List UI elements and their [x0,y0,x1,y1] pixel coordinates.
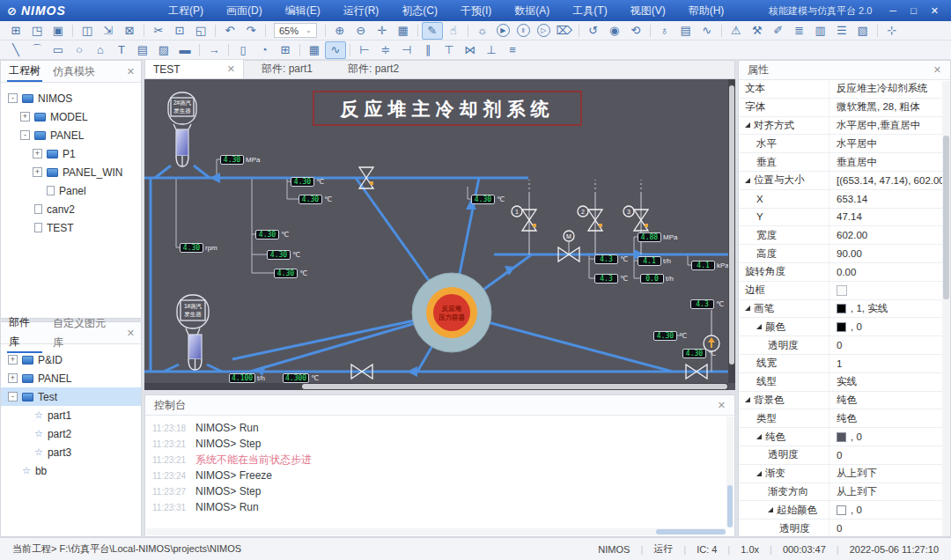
diagram-canvas[interactable]: 反应堆主冷却剂系统 2#蒸汽 发生器 [144,79,735,390]
tools-icon[interactable]: ⚒ [747,22,768,40]
digital-display[interactable]: 4.100t/h [229,373,265,383]
collapse-icon[interactable]: - [8,392,18,402]
property-value[interactable]: 垂直居中 [829,153,942,171]
tree-item-part2[interactable]: ☆part2 [1,424,141,443]
property-value[interactable]: 纯色 [829,409,942,427]
save-all-icon[interactable]: ⊠ [119,22,140,40]
tree-item-test[interactable]: TEST [1,218,141,237]
arc-tool-icon[interactable]: ⌒ [26,41,48,59]
tree-item-p-id[interactable]: +P&ID [1,350,141,369]
property-row-[interactable]: 类型纯色 [739,409,942,428]
ellipse-tool-icon[interactable]: ○ [69,41,90,59]
digital-display[interactable]: 0.0t/h [640,274,674,284]
digital-display[interactable]: 4.30℃ [471,195,505,204]
tab-custom-symbols[interactable]: 自定义图元库 [51,313,118,352]
gauge-widget-icon[interactable]: ◔ [254,41,275,59]
property-value[interactable]: 水平居中 [829,135,942,152]
tree-item-part1[interactable]: ☆part1 [1,406,141,424]
property-row-[interactable]: 透明度0 [739,519,942,536]
tree-item-canv2[interactable]: canv2 [1,200,141,218]
digital-display[interactable]: 4.30℃ [682,349,716,358]
color-swatch[interactable] [837,322,846,332]
property-row-y[interactable]: Y47.14 [739,209,942,227]
property-value[interactable]: 纯色 [829,392,942,409]
property-value[interactable]: 从上到下 [829,483,942,501]
expanded-triangle-icon[interactable] [745,397,750,402]
expanded-triangle-icon[interactable] [745,178,750,183]
scrollbar-thumb[interactable] [729,85,734,365]
undo-icon[interactable]: ↶ [219,22,240,40]
digital-display[interactable]: 4.1kPa [691,261,729,270]
minimize-icon[interactable]: ─ [889,5,896,16]
tank-widget-icon[interactable]: ▯ [232,41,254,59]
align-top-icon[interactable]: ⊤ [439,41,460,59]
arrow-tool-icon[interactable]: → [203,41,225,59]
rect-tool-icon[interactable]: ▭ [48,41,69,59]
expand-icon[interactable]: + [20,112,30,122]
panel-tool-icon[interactable]: ▤ [132,41,153,59]
maximize-icon[interactable]: □ [910,5,917,16]
fit-view-icon[interactable]: ✛ [372,22,393,40]
menu-item[interactable]: 编辑(E) [274,0,332,21]
expand-icon[interactable]: + [8,355,18,365]
property-row-[interactable]: 文本反应堆主冷却剂系统 [739,80,942,99]
property-value[interactable]: 水平居中,垂直居中 [829,117,942,135]
digital-display[interactable]: 4.1t/h [638,256,671,266]
close-icon[interactable]: ✕ [127,328,135,339]
menu-item[interactable]: 初态(C) [390,0,449,21]
property-value[interactable]: 反应堆主冷却剂系统 [829,80,942,98]
property-row-[interactable]: 渐变从上到下 [739,465,942,483]
tab-sim-modules[interactable]: 仿真模块 [51,62,97,81]
close-project-icon[interactable]: ▣ [48,22,69,40]
property-value[interactable]: 653.14 [829,190,942,208]
property-row-[interactable]: 宽度602.00 [739,226,942,245]
table-widget-icon[interactable]: ⊞ [275,41,296,59]
property-row-[interactable]: 颜色, 0 [739,318,942,336]
property-value[interactable]: 从上到下 [829,465,942,483]
trend-icon[interactable]: ∿ [697,22,718,40]
zoom-in-icon[interactable]: ⊕ [329,22,350,40]
menu-item[interactable]: 画面(D) [215,0,274,21]
digital-display[interactable]: 4.30℃ [274,269,307,278]
edit-mode-icon[interactable]: ✎ [422,22,443,40]
align-hcenter-icon[interactable]: ⋈ [460,41,481,59]
canvas-tab-part1[interactable]: 部件: part1 [244,60,330,78]
close-icon[interactable]: ✕ [933,64,941,76]
alarm-icon[interactable]: ⚠ [726,22,747,40]
expanded-triangle-icon[interactable] [768,507,773,512]
menu-item[interactable]: 帮助(H) [677,0,736,21]
properties-scrollbar[interactable] [942,81,950,536]
canvas-tab-test[interactable]: TEST ✕ [145,60,244,78]
tab-component-library[interactable]: 部件库 [7,313,42,353]
menu-item[interactable]: 干预(I) [449,0,503,21]
expand-icon[interactable]: + [33,167,42,177]
property-row-[interactable]: 渐变方向从上到下 [739,483,942,502]
distribute-v-icon[interactable]: ≡ [502,41,523,59]
menu-item[interactable]: 工具(T) [561,0,618,21]
menu-item[interactable]: 数据(A) [503,0,561,21]
digital-display[interactable]: 4.88MPa [638,232,677,242]
expanded-triangle-icon[interactable] [745,122,750,128]
close-icon[interactable]: ✕ [227,63,235,75]
property-value[interactable]: , 0 [829,318,942,335]
digital-display[interactable]: 4.30℃ [255,230,289,239]
property-row-[interactable]: 旋转角度0.00 [739,263,942,282]
tree-item-test[interactable]: -Test [1,387,141,406]
menu-item[interactable]: 工程(P) [157,0,215,21]
property-row-[interactable]: 透明度0 [739,336,942,355]
polygon-tool-icon[interactable]: ⌂ [90,41,111,59]
copy-icon[interactable]: ⊡ [169,22,190,40]
tab-project-tree[interactable]: 工程树 [7,61,42,82]
property-value[interactable]: 90.00 [829,245,942,262]
align-vcenter-icon[interactable]: ≑ [375,41,396,59]
digital-widget-icon[interactable]: ▦ [304,41,325,59]
property-row-[interactable]: 透明度0 [739,446,942,465]
property-value[interactable]: 0 [829,336,942,354]
property-row-[interactable]: 边框 [739,282,942,300]
digital-display[interactable]: 4.3℃ [690,299,724,309]
property-row-[interactable]: 垂直垂直居中 [739,153,942,172]
paste-icon[interactable]: ◱ [190,22,211,40]
cut-icon[interactable]: ✂ [148,22,169,40]
close-icon[interactable]: ✕ [127,66,135,77]
led-icon[interactable]: ▥ [810,22,831,40]
